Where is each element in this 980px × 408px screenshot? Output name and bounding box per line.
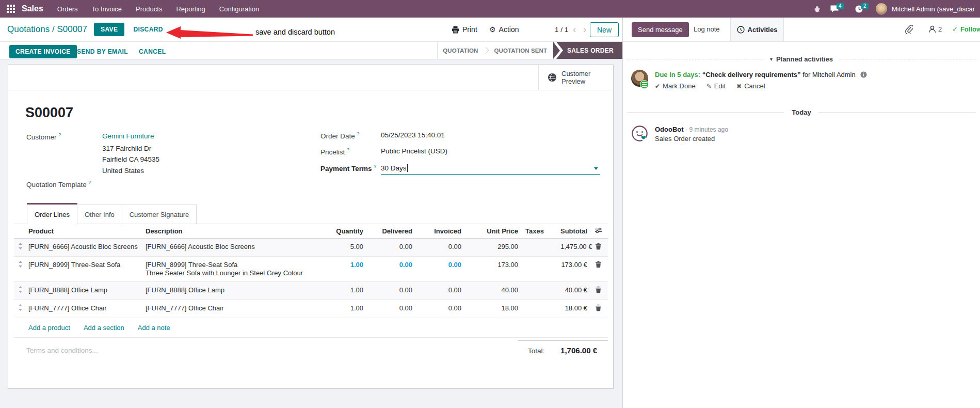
line-taxes[interactable] xyxy=(520,257,560,265)
optional-columns-icon[interactable] xyxy=(589,224,608,239)
line-subtotal[interactable]: 173.00 € xyxy=(560,257,589,273)
drag-handle-icon[interactable] xyxy=(14,282,26,299)
menu-to-invoice[interactable]: To Invoice xyxy=(92,5,122,13)
col-delivered[interactable]: Delivered xyxy=(365,224,414,239)
line-delivered[interactable]: 0.00 xyxy=(365,300,414,317)
line-delivered[interactable]: 0.00 xyxy=(365,257,414,273)
followers-button[interactable]: 2 xyxy=(928,25,942,33)
menu-orders[interactable]: Orders xyxy=(57,5,78,13)
menu-configuration[interactable]: Configuration xyxy=(219,5,259,13)
stage-quotation[interactable]: QUOTATION xyxy=(438,42,483,59)
cancel-button[interactable]: CANCEL xyxy=(139,48,166,55)
activities-tab[interactable]: Activities xyxy=(730,18,784,42)
line-invoiced[interactable]: 0.00 xyxy=(414,257,463,273)
line-product[interactable]: [FURN_7777] Office Chair xyxy=(26,300,143,317)
line-description[interactable]: [FURN_8999] Three-Seat SofaThree Seater … xyxy=(143,257,333,281)
line-subtotal[interactable]: 18.00 € xyxy=(560,300,589,317)
save-button[interactable]: SAVE xyxy=(94,23,124,36)
add-section-link[interactable]: Add a section xyxy=(84,324,124,332)
new-button[interactable]: New xyxy=(590,22,619,37)
line-unit-price[interactable]: 295.00 xyxy=(463,239,520,255)
info-icon[interactable] xyxy=(860,71,867,80)
user-avatar[interactable] xyxy=(876,3,887,14)
stage-sales-order[interactable]: SALES ORDER xyxy=(556,42,622,59)
print-button[interactable]: Print xyxy=(452,18,477,41)
col-invoiced[interactable]: Invoiced xyxy=(414,224,463,239)
customer-field-value[interactable]: Gemini Furniture xyxy=(102,132,154,140)
activities-clock-icon[interactable]: 2 xyxy=(855,5,863,13)
line-invoiced[interactable]: 0.00 xyxy=(414,239,463,255)
attachments-button[interactable] xyxy=(905,25,913,36)
pager-next-icon[interactable]: › xyxy=(583,18,586,41)
line-delivered[interactable]: 0.00 xyxy=(365,239,414,255)
following-button[interactable]: ✓Following xyxy=(952,25,980,33)
messages-icon[interactable]: 4 xyxy=(830,5,839,13)
line-invoiced[interactable]: 0.00 xyxy=(414,282,463,299)
line-quantity[interactable]: 1.00 xyxy=(333,300,365,317)
message-author[interactable]: OdooBot xyxy=(655,125,684,133)
add-product-link[interactable]: Add a product xyxy=(28,324,70,332)
send-message-button[interactable]: Send message xyxy=(632,22,689,37)
dropdown-caret-icon[interactable] xyxy=(594,167,598,170)
pricelist-value[interactable]: Public Pricelist (USD) xyxy=(381,147,447,155)
mark-done-button[interactable]: ✔Mark Done xyxy=(655,82,696,90)
menu-products[interactable]: Products xyxy=(136,5,162,13)
terms-placeholder[interactable]: Terms and conditions... xyxy=(26,347,98,354)
cancel-activity-button[interactable]: ✖Cancel xyxy=(736,82,765,90)
line-taxes[interactable] xyxy=(520,300,560,308)
line-delivered[interactable]: 0.00 xyxy=(365,282,414,299)
order-line-row[interactable]: [FURN_6666] Acoustic Bloc Screens[FURN_6… xyxy=(14,239,608,257)
send-by-email-button[interactable]: SEND BY EMAIL xyxy=(77,48,128,55)
menu-reporting[interactable]: Reporting xyxy=(176,5,205,13)
tab-other-info[interactable]: Other Info xyxy=(77,205,122,224)
app-name[interactable]: Sales xyxy=(22,4,43,13)
col-product[interactable]: Product xyxy=(26,224,143,239)
line-description[interactable]: [FURN_7777] Office Chair xyxy=(143,300,333,317)
order-line-row[interactable]: [FURN_8888] Office Lamp[FURN_8888] Offic… xyxy=(14,282,608,300)
planned-activities-header[interactable]: ▾ Planned activities xyxy=(627,53,976,65)
drag-handle-icon[interactable] xyxy=(14,257,26,274)
delete-line-button[interactable] xyxy=(589,239,608,256)
stage-quotation-sent[interactable]: QUOTATION SENT xyxy=(489,42,552,59)
user-name[interactable]: Mitchell Admin (save_discar xyxy=(892,5,975,13)
col-quantity[interactable]: Quantity xyxy=(333,224,365,239)
order-date-value[interactable]: 05/25/2023 15:40:01 xyxy=(381,131,445,139)
line-subtotal[interactable]: 40.00 € xyxy=(560,282,589,299)
line-taxes[interactable] xyxy=(520,239,560,247)
line-quantity[interactable]: 5.00 xyxy=(333,239,365,255)
debug-bug-icon[interactable] xyxy=(813,5,821,13)
line-unit-price[interactable]: 18.00 xyxy=(463,300,520,317)
line-product[interactable]: [FURN_6666] Acoustic Bloc Screens xyxy=(26,239,143,255)
order-line-row[interactable]: [FURN_7777] Office Chair[FURN_7777] Offi… xyxy=(14,300,608,318)
col-unit-price[interactable]: Unit Price xyxy=(463,224,520,239)
line-description[interactable]: [FURN_8888] Office Lamp xyxy=(143,282,333,299)
customer-preview-button[interactable]: CustomerPreview xyxy=(538,65,613,90)
line-unit-price[interactable]: 40.00 xyxy=(463,282,520,299)
payment-terms-input[interactable]: 30 Days xyxy=(381,162,600,175)
line-invoiced[interactable]: 0.00 xyxy=(414,300,463,317)
col-description[interactable]: Description xyxy=(143,224,333,239)
drag-handle-icon[interactable] xyxy=(14,239,26,256)
tab-customer-signature[interactable]: Customer Signature xyxy=(122,205,197,224)
line-description[interactable]: [FURN_6666] Acoustic Bloc Screens xyxy=(143,239,333,255)
delete-line-button[interactable] xyxy=(589,282,608,300)
line-quantity[interactable]: 1.00 xyxy=(333,282,365,299)
line-product[interactable]: [FURN_8999] Three-Seat Sofa xyxy=(26,257,143,273)
create-invoice-button[interactable]: CREATE INVOICE xyxy=(9,45,77,58)
drag-handle-icon[interactable] xyxy=(14,300,26,317)
line-unit-price[interactable]: 173.00 xyxy=(463,257,520,273)
delete-line-button[interactable] xyxy=(589,257,608,274)
col-taxes[interactable]: Taxes xyxy=(520,224,560,239)
line-subtotal[interactable]: 1,475.00 € xyxy=(560,239,589,255)
edit-activity-button[interactable]: ✎Edit xyxy=(706,82,726,90)
action-menu-button[interactable]: ⚙ Action xyxy=(489,18,519,41)
add-note-link[interactable]: Add a note xyxy=(138,324,170,332)
breadcrumb[interactable]: Quotations / S00007 xyxy=(7,24,87,35)
col-subtotal[interactable]: Subtotal xyxy=(560,224,589,239)
log-note-button[interactable]: Log note xyxy=(694,25,720,33)
order-line-row[interactable]: [FURN_8999] Three-Seat Sofa[FURN_8999] T… xyxy=(14,257,608,282)
line-product[interactable]: [FURN_8888] Office Lamp xyxy=(26,282,143,299)
apps-grid-icon[interactable] xyxy=(7,5,15,13)
tab-order-lines[interactable]: Order Lines xyxy=(27,203,77,224)
line-quantity[interactable]: 1.00 xyxy=(333,257,365,273)
